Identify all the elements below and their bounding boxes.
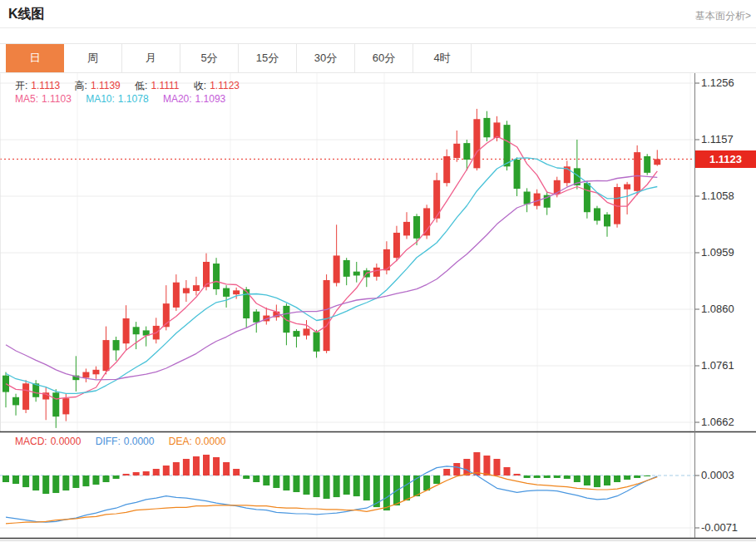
last-price-tag: 1.1123: [695, 150, 756, 168]
svg-text:1.0761: 1.0761: [701, 359, 734, 372]
tab-15min[interactable]: 15分: [239, 44, 297, 72]
tab-month[interactable]: 月: [122, 44, 180, 72]
tab-60min[interactable]: 60分: [355, 44, 413, 72]
kline-chart[interactable]: 1.12561.11571.10581.09591.08601.07611.06…: [0, 73, 756, 542]
fundamental-analysis-link[interactable]: 基本面分析>: [695, 9, 751, 23]
chart-area: 1.12561.11571.10581.09591.08601.07611.06…: [0, 73, 756, 542]
svg-text:1.0662: 1.0662: [701, 416, 734, 428]
last-price-value: 1.1123: [709, 153, 742, 165]
tab-day[interactable]: 日: [6, 44, 64, 72]
page-header: K线图 基本面分析>: [0, 0, 756, 28]
svg-text:1.1058: 1.1058: [701, 190, 734, 202]
tab-30min[interactable]: 30分: [297, 44, 355, 72]
svg-text:1.0860: 1.0860: [701, 303, 734, 315]
svg-text:0.0003: 0.0003: [701, 469, 734, 481]
svg-text:1.1256: 1.1256: [701, 76, 734, 89]
svg-text:1.1157: 1.1157: [701, 133, 734, 145]
svg-text:1.0959: 1.0959: [701, 246, 734, 259]
tab-5min[interactable]: 5分: [180, 44, 239, 72]
tab-week[interactable]: 周: [64, 44, 122, 72]
interval-tabbar: 日 周 月 5分 15分 30分 60分 4时: [0, 43, 756, 73]
svg-text:-0.0071: -0.0071: [701, 521, 738, 534]
tab-4hour[interactable]: 4时: [413, 44, 472, 72]
page-title: K线图: [8, 6, 45, 23]
